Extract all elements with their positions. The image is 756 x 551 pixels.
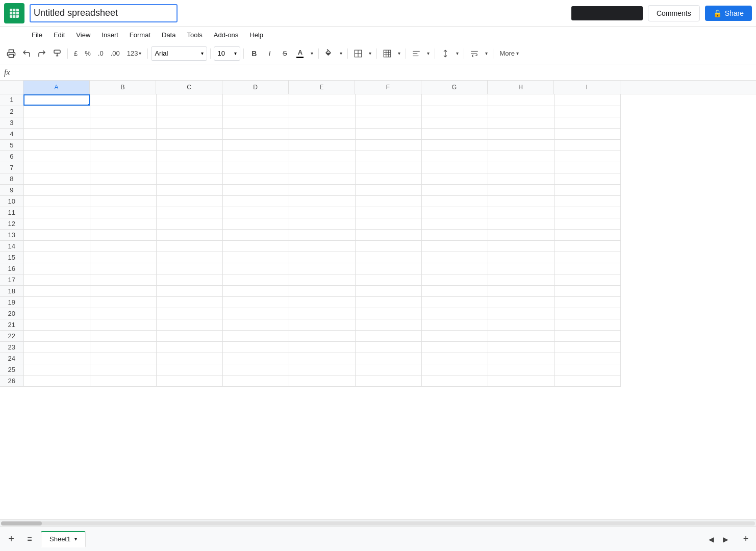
cell-E23[interactable] bbox=[289, 341, 355, 353]
cell-B8[interactable] bbox=[90, 173, 156, 184]
cell-B9[interactable] bbox=[90, 184, 156, 195]
cell-B11[interactable] bbox=[90, 207, 156, 218]
cell-E9[interactable] bbox=[289, 184, 355, 195]
cell-G5[interactable] bbox=[421, 139, 488, 151]
row-num-12[interactable]: 12 bbox=[0, 218, 23, 229]
cell-I10[interactable] bbox=[554, 195, 620, 207]
cell-H23[interactable] bbox=[488, 341, 554, 353]
cell-F1[interactable] bbox=[355, 94, 421, 106]
row-num-26[interactable]: 26 bbox=[0, 375, 23, 386]
cell-E15[interactable] bbox=[289, 252, 355, 263]
cell-B7[interactable] bbox=[90, 162, 156, 173]
cell-F23[interactable] bbox=[355, 341, 421, 353]
cell-F5[interactable] bbox=[355, 139, 421, 151]
col-header-b[interactable]: B bbox=[90, 81, 156, 94]
valign-chevron-button[interactable]: ▾ bbox=[453, 46, 461, 61]
text-color-button[interactable]: A bbox=[293, 46, 307, 61]
cell-A8[interactable] bbox=[23, 173, 90, 184]
font-selector[interactable]: Arial ▾ bbox=[151, 46, 207, 61]
cell-D16[interactable] bbox=[222, 263, 289, 274]
cell-A21[interactable] bbox=[23, 319, 90, 330]
cell-C21[interactable] bbox=[156, 319, 222, 330]
cell-I9[interactable] bbox=[554, 184, 620, 195]
cell-F22[interactable] bbox=[355, 330, 421, 341]
cell-D15[interactable] bbox=[222, 252, 289, 263]
cell-B22[interactable] bbox=[90, 330, 156, 341]
col-header-a[interactable]: A bbox=[23, 81, 90, 94]
menu-item-addons[interactable]: Add-ons bbox=[209, 29, 243, 41]
cell-G24[interactable] bbox=[421, 353, 488, 364]
cell-E13[interactable] bbox=[289, 229, 355, 240]
cell-G15[interactable] bbox=[421, 252, 488, 263]
cell-G16[interactable] bbox=[421, 263, 488, 274]
undo-button[interactable] bbox=[19, 46, 34, 61]
cell-E3[interactable] bbox=[289, 117, 355, 128]
cell-E25[interactable] bbox=[289, 364, 355, 375]
row-num-18[interactable]: 18 bbox=[0, 285, 23, 296]
cell-C18[interactable] bbox=[156, 285, 222, 296]
cell-G26[interactable] bbox=[421, 375, 488, 386]
cell-B17[interactable] bbox=[90, 274, 156, 285]
row-num-10[interactable]: 10 bbox=[0, 195, 23, 207]
cell-B21[interactable] bbox=[90, 319, 156, 330]
menu-item-view[interactable]: View bbox=[71, 29, 95, 41]
cell-G13[interactable] bbox=[421, 229, 488, 240]
cell-E17[interactable] bbox=[289, 274, 355, 285]
cell-A12[interactable] bbox=[23, 218, 90, 229]
cell-E22[interactable] bbox=[289, 330, 355, 341]
cell-G18[interactable] bbox=[421, 285, 488, 296]
cell-D14[interactable] bbox=[222, 240, 289, 252]
row-num-2[interactable]: 2 bbox=[0, 106, 23, 117]
cell-D1[interactable] bbox=[222, 94, 289, 106]
cell-H15[interactable] bbox=[488, 252, 554, 263]
cell-D26[interactable] bbox=[222, 375, 289, 386]
cell-G7[interactable] bbox=[421, 162, 488, 173]
row-num-13[interactable]: 13 bbox=[0, 229, 23, 240]
cell-E12[interactable] bbox=[289, 218, 355, 229]
cell-I15[interactable] bbox=[554, 252, 620, 263]
paint-format-button[interactable] bbox=[50, 46, 64, 61]
more-button[interactable]: More ▾ bbox=[496, 46, 522, 61]
cell-C23[interactable] bbox=[156, 341, 222, 353]
cell-H13[interactable] bbox=[488, 229, 554, 240]
cell-G23[interactable] bbox=[421, 341, 488, 353]
cell-D13[interactable] bbox=[222, 229, 289, 240]
row-num-22[interactable]: 22 bbox=[0, 330, 23, 341]
cell-D17[interactable] bbox=[222, 274, 289, 285]
cell-A4[interactable] bbox=[23, 128, 90, 139]
cell-E2[interactable] bbox=[289, 106, 355, 117]
cell-A19[interactable] bbox=[23, 296, 90, 308]
grid-body[interactable]: 1234567891011121314151617181920212223242… bbox=[0, 94, 756, 519]
decimal-decrease-button[interactable]: .0 bbox=[95, 46, 107, 61]
cell-D20[interactable] bbox=[222, 308, 289, 319]
menu-item-edit[interactable]: Edit bbox=[48, 29, 70, 41]
cell-G21[interactable] bbox=[421, 319, 488, 330]
cell-D3[interactable] bbox=[222, 117, 289, 128]
cell-D18[interactable] bbox=[222, 285, 289, 296]
cell-I26[interactable] bbox=[554, 375, 620, 386]
cell-C26[interactable] bbox=[156, 375, 222, 386]
cell-A10[interactable] bbox=[23, 195, 90, 207]
cell-I18[interactable] bbox=[554, 285, 620, 296]
cell-I3[interactable] bbox=[554, 117, 620, 128]
cell-C1[interactable] bbox=[156, 94, 222, 106]
cell-E24[interactable] bbox=[289, 353, 355, 364]
cell-H24[interactable] bbox=[488, 353, 554, 364]
row-num-7[interactable]: 7 bbox=[0, 162, 23, 173]
row-num-24[interactable]: 24 bbox=[0, 353, 23, 364]
cell-C10[interactable] bbox=[156, 195, 222, 207]
cell-H21[interactable] bbox=[488, 319, 554, 330]
cell-B18[interactable] bbox=[90, 285, 156, 296]
cell-A14[interactable] bbox=[23, 240, 90, 252]
cell-A7[interactable] bbox=[23, 162, 90, 173]
cell-G12[interactable] bbox=[421, 218, 488, 229]
cell-G25[interactable] bbox=[421, 364, 488, 375]
cell-D23[interactable] bbox=[222, 341, 289, 353]
cell-D25[interactable] bbox=[222, 364, 289, 375]
cell-E7[interactable] bbox=[289, 162, 355, 173]
cell-E14[interactable] bbox=[289, 240, 355, 252]
cell-E4[interactable] bbox=[289, 128, 355, 139]
cell-E1[interactable] bbox=[289, 94, 355, 106]
cell-B4[interactable] bbox=[90, 128, 156, 139]
cell-E8[interactable] bbox=[289, 173, 355, 184]
